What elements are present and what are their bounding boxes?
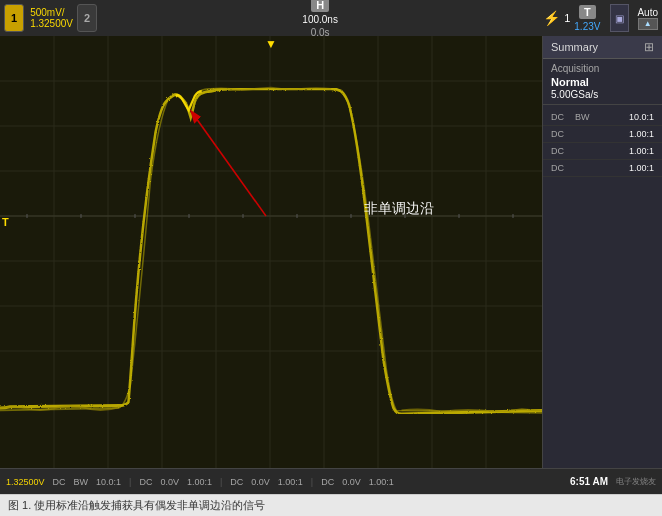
lightning-icon: ⚡	[543, 10, 560, 26]
watermark: 电子发烧友	[616, 476, 656, 487]
trigger-position-marker: ▼	[265, 37, 277, 51]
ch1-dc-label: DC	[551, 112, 571, 122]
ch2-dc-label: DC	[551, 129, 571, 139]
channel-row-4: DC 1.00:1	[543, 160, 662, 177]
channel-row-1: DC BW 10.0:1	[543, 109, 662, 126]
trigger-display: T 1.23V	[574, 5, 600, 32]
acquisition-section: Acquisition Normal 5.00GSa/s	[543, 59, 662, 105]
status-ratio1: 10.0:1	[96, 477, 121, 487]
channel-row-2: DC 1.00:1	[543, 126, 662, 143]
sep3: |	[311, 477, 313, 487]
acq-title: Acquisition	[551, 63, 654, 74]
sep1: |	[129, 477, 131, 487]
channels-section: DC BW 10.0:1 DC 1.00:1 DC 1.00:1 DC	[543, 105, 662, 468]
grid-icon[interactable]: ⊞	[644, 40, 654, 54]
trigger-voltage: 1.23V	[574, 21, 600, 32]
ch3-dc-label: DC	[551, 146, 571, 156]
middle-section: T ▼ 非单调边沿 Summary ⊞ Acquisition Normal 5…	[0, 36, 662, 468]
status-dc4: DC	[321, 477, 334, 487]
oscilloscope-display: T ▼ 非单调边沿	[0, 36, 542, 468]
ch3-ratio: 1.00:1	[629, 146, 654, 156]
status-dc2: DC	[139, 477, 152, 487]
status-volt4: 0.0V	[342, 477, 361, 487]
ch1-bw-label: BW	[575, 112, 595, 122]
ch1-label: 1	[11, 12, 17, 24]
waveform	[0, 36, 542, 468]
status-ratio3: 1.00:1	[278, 477, 303, 487]
summary-label: Summary	[551, 41, 598, 53]
voltage-sub: 1.32500V	[30, 18, 73, 29]
sep2: |	[220, 477, 222, 487]
ch2-label: 2	[84, 12, 90, 24]
trigger-count: 1	[564, 12, 570, 24]
caption-text: 图 1. 使用标准沿触发捕获具有偶发非单调边沿的信号	[8, 499, 265, 511]
channel-1-button[interactable]: 1	[4, 4, 24, 32]
status-volt2: 0.0V	[160, 477, 179, 487]
status-dc3: DC	[230, 477, 243, 487]
channel-2-button[interactable]: 2	[77, 4, 97, 32]
ch4-ratio: 1.00:1	[629, 163, 654, 173]
h-label: H	[311, 0, 329, 12]
svg-line-28	[196, 118, 266, 216]
oscilloscope-ui: 1 500mV/ 1.32500V 2 H 100.0ns 0.0s ⚡ 1 T…	[0, 0, 662, 516]
acq-rate: 5.00GSa/s	[551, 89, 654, 100]
ch4-dc-label: DC	[551, 163, 571, 173]
summary-header: Summary ⊞	[543, 36, 662, 59]
voltage-main: 500mV/	[30, 7, 73, 18]
caption-bar: 图 1. 使用标准沿触发捕获具有偶发非单调边沿的信号	[0, 494, 662, 516]
ch1-voltage-display: 500mV/ 1.32500V	[30, 7, 73, 29]
channel-row-3: DC 1.00:1	[543, 143, 662, 160]
top-toolbar: 1 500mV/ 1.32500V 2 H 100.0ns 0.0s ⚡ 1 T…	[0, 0, 662, 36]
status-bw1: BW	[74, 477, 89, 487]
right-panel: Summary ⊞ Acquisition Normal 5.00GSa/s D…	[542, 36, 662, 468]
ch1-ratio: 10.0:1	[629, 112, 654, 122]
status-volt1: 1.32500V	[6, 477, 45, 487]
acq-mode: Normal	[551, 76, 654, 88]
trigger-marker: T	[2, 215, 9, 229]
screen-icon[interactable]: ▣	[610, 4, 629, 32]
status-ratio4: 1.00:1	[369, 477, 394, 487]
run-indicator: ▲	[638, 18, 658, 30]
run-mode: Auto	[637, 7, 658, 18]
bottom-status-bar: 1.32500V DC BW 10.0:1 | DC 0.0V 1.00:1 |…	[0, 468, 662, 494]
t-label: T	[579, 5, 596, 19]
ch2-ratio: 1.00:1	[629, 129, 654, 139]
horizontal-display: H 100.0ns 0.0s	[302, 0, 338, 38]
status-ratio2: 1.00:1	[187, 477, 212, 487]
status-dc1: DC	[53, 477, 66, 487]
time-div: 100.0ns	[302, 14, 338, 25]
status-volt3: 0.0V	[251, 477, 270, 487]
time-display: 6:51 AM	[570, 476, 608, 487]
